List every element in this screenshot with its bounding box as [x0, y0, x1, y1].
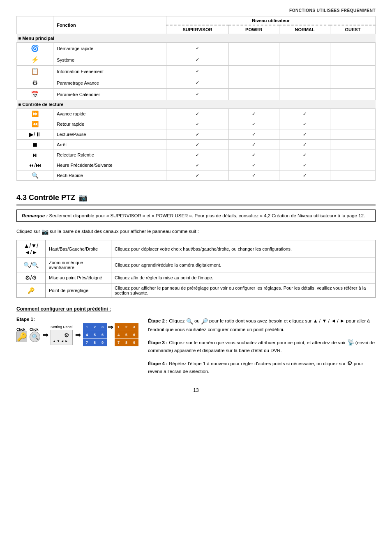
- ptz-ctrl-label: Mise au point Près/éloigné: [46, 272, 111, 283]
- ptz-ctrl-icon: 🔍/🔍: [17, 258, 46, 272]
- row-label: Information Evenement: [53, 66, 166, 77]
- cell-normal: ✓: [279, 119, 330, 129]
- etape4-label: Étape 4 :: [148, 361, 168, 366]
- table-row: 📋Information Evenement✓: [17, 66, 376, 77]
- settings-icon: ⚙: [347, 360, 353, 366]
- number-grids: 1 2 3 4 5 6 7 8 9 ⇒ 1: [83, 323, 138, 346]
- section-43-title: 4.3 Contrôle PTZ 📷: [16, 193, 376, 205]
- blue-grid-inner: 1 2 3 4 5 6 7 8 9: [83, 323, 106, 346]
- ptz-controls-table: ▲/▼/◄/►Haut/Bas/Gauche/DroiteCliquez pou…: [16, 240, 376, 298]
- btn-8[interactable]: 8: [91, 339, 99, 346]
- etape2-text: Cliquez: [169, 318, 186, 323]
- btn-6[interactable]: 6: [99, 331, 107, 339]
- row-icon: ⚡: [17, 54, 53, 66]
- ctrl-icon-2: ▶/⏸: [29, 131, 41, 138]
- btn-5[interactable]: 5: [91, 331, 99, 339]
- cell-guest: [330, 77, 375, 89]
- row-label: Système: [53, 54, 166, 66]
- table-row: 🌀Démarrage rapide✓: [17, 43, 376, 54]
- row-label: Avance rapide: [53, 109, 166, 119]
- table-row: ⚙Parametrage Avance✓: [17, 77, 376, 89]
- cell-power: ✓: [228, 129, 279, 140]
- ptz-ctrl-icon: 🔑: [17, 283, 46, 298]
- col-niveau: Niveau utilisateur: [166, 16, 376, 25]
- cell-supervisor: ✓: [166, 89, 228, 100]
- row-icon: ⏮/⏭: [17, 160, 53, 170]
- row-icon: ⏩: [17, 109, 53, 119]
- blue-grid: 1 2 3 4 5 6 7 8 9: [83, 323, 106, 346]
- step1-click-lock: Click 🔑: [16, 327, 27, 342]
- menu-icon-2: 📋: [31, 68, 39, 75]
- etape2-text2: pour le ratio dont vous avez besoin et c…: [209, 318, 313, 323]
- cell-normal: [279, 66, 330, 77]
- row-icon: 🔍: [17, 170, 53, 181]
- row-icon: ▶/⏸: [17, 129, 53, 140]
- row-icon: ⏪: [17, 119, 53, 129]
- ptz-description: Cliquez sur 📷 sur la barre de statut des…: [16, 228, 376, 235]
- ptz-control-row: ▲/▼/◄/►Haut/Bas/Gauche/DroiteCliquez pou…: [17, 240, 376, 258]
- obtn-3[interactable]: 3: [130, 323, 138, 331]
- menu-icon-0: 🌀: [31, 45, 39, 52]
- row-label: Relecture Ralentie: [53, 150, 166, 160]
- ptz-icon-2: ⚙/⚙: [25, 274, 37, 281]
- table-row: ⏹Arrêt✓✓✓: [17, 140, 376, 150]
- cell-power: ✓: [228, 160, 279, 170]
- obtn-6[interactable]: 6: [130, 331, 138, 339]
- btn-2[interactable]: 2: [91, 323, 99, 331]
- obtn-8[interactable]: 8: [122, 339, 131, 346]
- row-icon: 🌀: [17, 43, 53, 54]
- cell-normal: ✓: [279, 140, 330, 150]
- ptz-ctrl-label: Zoom numérique avant/arrière: [46, 258, 111, 272]
- obtn-4[interactable]: 4: [115, 331, 123, 339]
- cell-normal: ✓: [279, 109, 330, 119]
- gear-row: ⚙: [53, 332, 71, 339]
- etape4-row: Étape 4 : Répétez l'étape 1 à nouveau po…: [148, 359, 376, 375]
- cell-guest: [330, 54, 375, 66]
- cell-power: [228, 89, 279, 100]
- row-label: Retour rapide: [53, 119, 166, 129]
- obtn-9[interactable]: 9: [130, 339, 138, 346]
- obtn-1[interactable]: 1: [115, 323, 123, 331]
- menu-icon-1: ⚡: [31, 56, 39, 63]
- obtn-7[interactable]: 7: [115, 339, 123, 346]
- cell-power: ✓: [228, 150, 279, 160]
- config-title: Comment configurer un point prédéfini :: [16, 306, 376, 312]
- obtn-2[interactable]: 2: [122, 323, 131, 331]
- cell-supervisor: ✓: [166, 150, 228, 160]
- cell-normal: [279, 43, 330, 54]
- ptz-ctrl-icon: ⚙/⚙: [17, 272, 46, 283]
- remark-box: Remarque : Seulement disponible pour « S…: [16, 210, 376, 222]
- ctrl-icon-5: ⏮/⏭: [28, 162, 42, 168]
- cell-supervisor: ✓: [166, 66, 228, 77]
- btn-9[interactable]: 9: [99, 339, 107, 346]
- arrows-cluster: ▲▼◄►: [53, 339, 68, 343]
- btn-7[interactable]: 7: [83, 339, 91, 346]
- table-row: ⏪Retour rapide✓✓✓: [17, 119, 376, 129]
- btn-3[interactable]: 3: [99, 323, 107, 331]
- row-label: Arrêt: [53, 140, 166, 150]
- click-sequence: Click 🔑 Click 🔍 ⇒ Setting Panel ⚙: [16, 323, 140, 346]
- setting-panel-label: Setting Panel: [51, 325, 73, 329]
- ptz-icon: 📷: [78, 193, 88, 202]
- controle-lecture-header: Contrôle de lecture: [17, 100, 376, 109]
- cell-supervisor: ✓: [166, 77, 228, 89]
- ptz-ctrl-desc: Cliquez pour agrandir/réduire la caméra …: [111, 258, 376, 272]
- table-row: ⚡Système✓: [17, 54, 376, 66]
- page-num-value: 13: [193, 387, 198, 393]
- col-power: POWER: [228, 25, 279, 34]
- ptz-channel-icon: 📷: [42, 228, 48, 235]
- cell-supervisor: ✓: [166, 129, 228, 140]
- obtn-5[interactable]: 5: [122, 331, 131, 339]
- row-label: Parametre Calendrier: [53, 89, 166, 100]
- cell-power: [228, 66, 279, 77]
- cell-guest: [330, 119, 375, 129]
- btn-4[interactable]: 4: [83, 331, 91, 339]
- table-row: ▶/⏸Lecture/Pause✓✓✓: [17, 129, 376, 140]
- btn-1[interactable]: 1: [83, 323, 91, 331]
- circle-c-icon: 🔍: [30, 332, 40, 342]
- cell-supervisor: ✓: [166, 140, 228, 150]
- etape1-label: Étape 1:: [16, 317, 140, 322]
- ptz-control-row: ⚙/⚙Mise au point Près/éloignéCliquez afi…: [17, 272, 376, 283]
- col-guest: GUEST: [330, 25, 375, 34]
- cell-guest: [330, 150, 375, 160]
